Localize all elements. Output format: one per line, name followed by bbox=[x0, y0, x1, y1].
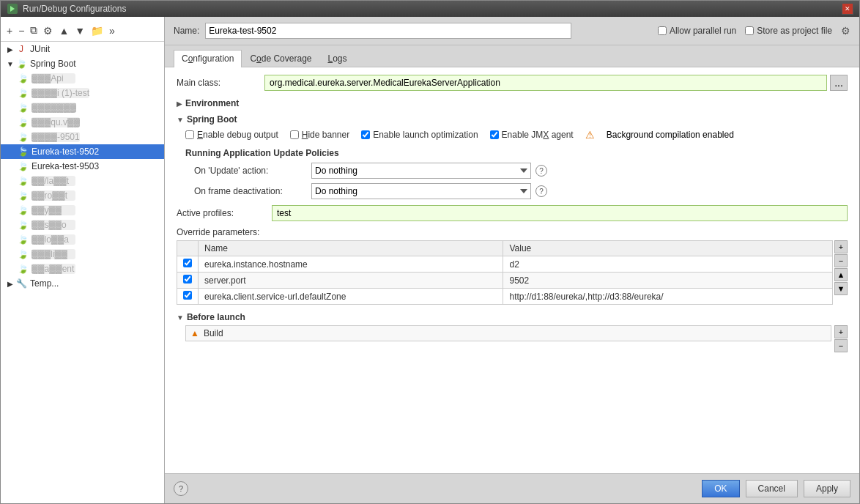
name-label: Name: bbox=[174, 26, 199, 36]
item3-label: ▓▓▓▓▓▓▓ bbox=[31, 103, 76, 113]
cancel-button[interactable]: Cancel bbox=[746, 480, 798, 497]
param-checkbox-0[interactable] bbox=[183, 259, 192, 267]
tree-item-spring-boot[interactable]: ▼ 🍃 Spring Boot bbox=[1, 56, 164, 71]
item-icon: 🍃 bbox=[17, 73, 29, 84]
allow-parallel-run-option[interactable]: Allow parallel run bbox=[658, 26, 736, 36]
scroll-down-button[interactable]: ▼ bbox=[834, 282, 848, 295]
launch-optimization-checkbox[interactable] bbox=[361, 130, 370, 139]
on-update-help-button[interactable]: ? bbox=[535, 165, 547, 177]
item11-label: ▓▓▓li▓▓ bbox=[31, 249, 75, 259]
junit-icon: J bbox=[15, 43, 27, 55]
add-before-launch-button[interactable]: + bbox=[834, 325, 848, 338]
tree-item-templates[interactable]: ▶ 🔧 Temp... bbox=[1, 276, 164, 291]
tree-item-junit[interactable]: ▶ J JUnit bbox=[1, 42, 164, 56]
tree-item-item4[interactable]: 🍃 ▓▓▓qu.v▓▓ bbox=[1, 115, 164, 130]
jmx-agent-option[interactable]: Enable JMX agent bbox=[490, 130, 574, 140]
running-update-policies-title: Running Application Update Policies bbox=[185, 148, 848, 158]
add-config-button[interactable]: + bbox=[5, 23, 14, 38]
param-checkbox-1[interactable] bbox=[183, 275, 192, 284]
spring-boot-arrow-icon: ▼ bbox=[177, 116, 184, 124]
config-name-input[interactable] bbox=[205, 23, 571, 39]
tree-item-item6[interactable]: 🍃 ▓▓/la▓▓t bbox=[1, 174, 164, 188]
hide-banner-checkbox[interactable] bbox=[290, 130, 299, 139]
tree-item-item10[interactable]: 🍃 ▓▓lo▓▓a bbox=[1, 232, 164, 247]
apply-button[interactable]: Apply bbox=[804, 480, 850, 497]
main-class-label: Main class: bbox=[177, 78, 264, 88]
tree-item-item5[interactable]: 🍃 ▓▓▓▓-9501 bbox=[1, 130, 164, 144]
launch-optimization-label: Enable launch optimization bbox=[373, 130, 478, 140]
close-button[interactable]: ✕ bbox=[842, 3, 853, 15]
debug-output-option[interactable]: Enable debug output bbox=[185, 130, 278, 140]
main-panel: Name: Allow parallel run Store as projec… bbox=[165, 17, 859, 503]
before-launch-actions: + − bbox=[834, 325, 848, 353]
copy-config-button[interactable]: ⧉ bbox=[29, 23, 39, 38]
tree-item-item8[interactable]: 🍃 ▓▓y▓▓ bbox=[1, 203, 164, 218]
tab-logs[interactable]: Logs bbox=[319, 50, 355, 67]
debug-output-checkbox[interactable] bbox=[185, 130, 194, 139]
item-icon: 🍃 bbox=[17, 146, 29, 158]
more-button[interactable]: » bbox=[108, 23, 116, 38]
before-launch-header[interactable]: ▼ Before launch bbox=[177, 312, 848, 322]
main-class-value: org.medical.eureka.server.MedicalEurekaS… bbox=[264, 75, 827, 91]
param-check-2[interactable] bbox=[177, 289, 199, 305]
move-up-button[interactable]: ▲ bbox=[57, 23, 70, 38]
active-profiles-value[interactable]: test bbox=[272, 205, 848, 221]
store-project-file-checkbox[interactable] bbox=[745, 26, 754, 35]
add-param-button[interactable]: + bbox=[834, 240, 848, 253]
jmx-agent-label: Enable JMX agent bbox=[502, 130, 574, 140]
param-row-2: eureka.client.service-url.defaultZone ht… bbox=[177, 289, 833, 305]
remove-config-button[interactable]: − bbox=[17, 23, 26, 38]
help-button[interactable]: ? bbox=[174, 481, 188, 496]
spring-boot-header[interactable]: ▼ Spring Boot bbox=[177, 114, 848, 125]
ok-button[interactable]: OK bbox=[702, 480, 739, 497]
tree-item-item3[interactable]: 🍃 ▓▓▓▓▓▓▓ bbox=[1, 100, 164, 115]
remove-before-launch-button[interactable]: − bbox=[834, 339, 848, 352]
param-check-1[interactable] bbox=[177, 273, 199, 289]
tree-item-item2[interactable]: 🍃 ▓▓▓▓i (1)-test bbox=[1, 86, 164, 100]
item9-label: ▓▓s▓▓o bbox=[31, 220, 75, 230]
col-name: Name bbox=[199, 241, 503, 256]
on-frame-deactivation-select[interactable]: Do nothing Update classes and resources … bbox=[311, 183, 531, 199]
settings-button[interactable]: ⚙ bbox=[42, 23, 54, 38]
expand-icon: ▼ bbox=[5, 60, 15, 68]
jmx-agent-checkbox[interactable] bbox=[490, 130, 499, 139]
store-project-file-option[interactable]: Store as project file bbox=[745, 26, 832, 36]
on-update-select[interactable]: Do nothing Update classes and resources … bbox=[311, 163, 531, 179]
folder-button[interactable]: 📁 bbox=[89, 23, 105, 38]
item6-label: ▓▓/la▓▓t bbox=[31, 176, 75, 186]
param-check-0[interactable] bbox=[177, 256, 199, 273]
tree-item-item12[interactable]: 🍃 ▓▓a▓▓ent bbox=[1, 262, 164, 276]
launch-optimization-option[interactable]: Enable launch optimization bbox=[361, 130, 478, 140]
override-parameters-label: Override parameters: bbox=[177, 227, 848, 237]
spring-boot-section-title: Spring Boot bbox=[187, 114, 237, 125]
store-project-file-label: Store as project file bbox=[757, 26, 832, 36]
param-checkbox-2[interactable] bbox=[183, 291, 192, 300]
tree-item-item11[interactable]: 🍃 ▓▓▓li▓▓ bbox=[1, 247, 164, 262]
tree-item-eureka-9503[interactable]: 🍃 Eureka-test-9503 bbox=[1, 159, 164, 174]
expand-icon: ▶ bbox=[5, 280, 15, 288]
hide-banner-option[interactable]: Hide banner bbox=[290, 130, 349, 140]
remove-param-button[interactable]: − bbox=[834, 254, 848, 267]
item-icon: 🍃 bbox=[17, 248, 29, 260]
move-down-button[interactable]: ▼ bbox=[73, 23, 86, 38]
build-icon: ▲ bbox=[190, 328, 199, 338]
tree-item-eureka-9502[interactable]: 🍃 Eureka-test-9502 bbox=[1, 144, 164, 159]
tab-code-coverage[interactable]: Code Coverage bbox=[242, 50, 319, 67]
tree-item-item9[interactable]: 🍃 ▓▓s▓▓o bbox=[1, 218, 164, 232]
item-icon: 🍃 bbox=[17, 87, 29, 99]
tab-configuration[interactable]: Configuration bbox=[174, 50, 242, 67]
tree-item-item7[interactable]: 🍃 ▓▓ro▓▓t bbox=[1, 188, 164, 203]
title-bar-controls: ✕ bbox=[842, 3, 853, 15]
tree-item-item1[interactable]: 🍃 ▓▓▓Api bbox=[1, 71, 164, 86]
on-frame-help-button[interactable]: ? bbox=[535, 185, 547, 197]
item-icon: 🍃 bbox=[17, 204, 29, 216]
main-class-browse-button[interactable]: ... bbox=[830, 75, 848, 91]
environment-header[interactable]: ▶ Environment bbox=[177, 97, 848, 110]
active-profiles-label: Active profiles: bbox=[177, 208, 272, 218]
override-parameters-section: Override parameters: Name Value bbox=[177, 227, 848, 305]
allow-parallel-run-checkbox[interactable] bbox=[658, 26, 667, 35]
main-class-row: Main class: org.medical.eureka.server.Me… bbox=[177, 75, 848, 91]
before-launch-title: Before launch bbox=[187, 312, 245, 322]
scroll-up-button[interactable]: ▲ bbox=[834, 268, 848, 281]
on-update-row: On 'Update' action: Do nothing Update cl… bbox=[194, 163, 848, 179]
